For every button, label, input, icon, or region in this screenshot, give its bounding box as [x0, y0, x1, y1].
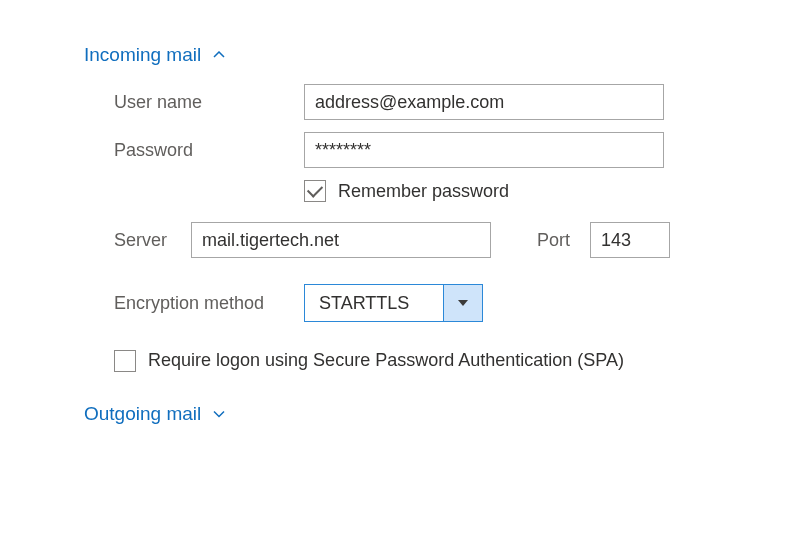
outgoing-mail-section-header[interactable]: Outgoing mail — [84, 403, 804, 425]
server-input[interactable] — [191, 222, 491, 258]
server-label: Server — [114, 230, 191, 251]
remember-password-checkbox[interactable] — [304, 180, 326, 202]
port-label: Port — [491, 230, 590, 251]
encryption-dropdown-button[interactable] — [443, 285, 482, 321]
encryption-select[interactable]: STARTTLS — [304, 284, 483, 322]
chevron-up-icon — [213, 51, 225, 59]
caret-down-icon — [458, 300, 468, 306]
encryption-label: Encryption method — [114, 293, 304, 314]
encryption-value: STARTTLS — [305, 285, 443, 321]
username-label: User name — [114, 92, 304, 113]
spa-label[interactable]: Require logon using Secure Password Auth… — [148, 348, 624, 373]
incoming-mail-section-header[interactable]: Incoming mail — [84, 44, 804, 66]
chevron-down-icon — [213, 410, 225, 418]
spa-checkbox[interactable] — [114, 350, 136, 372]
password-input[interactable] — [304, 132, 664, 168]
remember-password-label[interactable]: Remember password — [338, 181, 509, 202]
svg-marker-0 — [458, 300, 468, 306]
username-input[interactable] — [304, 84, 664, 120]
incoming-mail-title: Incoming mail — [84, 44, 201, 66]
outgoing-mail-title: Outgoing mail — [84, 403, 201, 425]
incoming-mail-body: User name Password Remember password Ser… — [84, 84, 804, 373]
password-label: Password — [114, 140, 304, 161]
port-input[interactable] — [590, 222, 670, 258]
